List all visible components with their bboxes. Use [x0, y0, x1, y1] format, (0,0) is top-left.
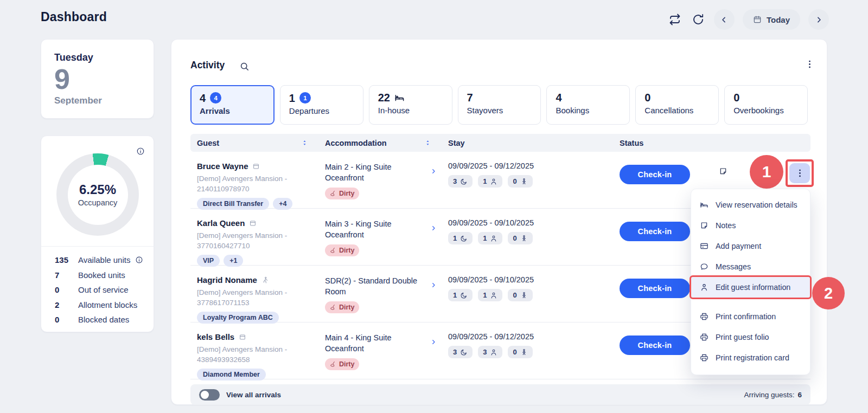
stay-nights-count: 1 — [453, 234, 457, 242]
check-in-button[interactable]: Check-in — [620, 279, 690, 298]
menu-item-print-confirmation[interactable]: Print confirmation — [691, 306, 810, 327]
menu-item-messages[interactable]: Messages — [691, 256, 810, 277]
guest-tag[interactable]: Loyalty Program ABC — [197, 312, 279, 324]
status-cell: Check-in — [612, 322, 688, 380]
tab-overbookings[interactable]: 0Overbookings — [724, 85, 808, 125]
room-status-label: Dirty — [339, 190, 354, 197]
column-header-label: Stay — [448, 139, 465, 147]
guest-tag[interactable]: Direct Bill Transfer — [197, 198, 269, 210]
column-header-label: Accommodation — [325, 139, 387, 147]
guest-tags: Loyalty Program ABC — [197, 312, 318, 324]
stat-out-of-service: 0Out of service — [55, 285, 148, 294]
tab-bookings[interactable]: 4Bookings — [546, 85, 630, 125]
today-button[interactable]: Today — [743, 9, 800, 30]
stay-dates: 09/09/2025 - 09/12/2025 — [448, 162, 612, 170]
tab-count: 0 — [733, 92, 739, 103]
stat-label: Booked units — [78, 270, 125, 280]
room-status-badge: Dirty — [325, 358, 359, 370]
stay-adults-count: 1 — [483, 177, 487, 185]
menu-item-label: Notes — [716, 221, 736, 230]
activity-more-button[interactable] — [803, 59, 816, 72]
menu-item-view-reservation-details[interactable]: View reservation details — [691, 195, 810, 215]
guest-tag[interactable]: +1 — [224, 255, 243, 267]
room-status-label: Dirty — [339, 304, 354, 311]
stay-children-count: 0 — [513, 234, 516, 242]
prev-day-button[interactable] — [714, 9, 735, 30]
printer-icon — [700, 353, 709, 362]
row-more-button[interactable] — [789, 163, 810, 183]
search-button[interactable] — [239, 61, 250, 73]
stay-children-count: 0 — [513, 177, 516, 185]
expand-row-button[interactable] — [430, 282, 437, 290]
stat-value: 0 — [55, 315, 78, 324]
tab-top: 44 — [200, 92, 273, 104]
menu-item-print-registration-card[interactable]: Print registration card — [691, 347, 810, 368]
status-cell: Check-in — [612, 152, 688, 210]
tab-cancellations[interactable]: 0Cancellations — [635, 85, 719, 125]
adult-icon — [490, 349, 497, 356]
expand-row-button[interactable] — [430, 339, 437, 347]
adult-icon — [490, 178, 497, 185]
occupancy-donut-center: 6.25% Occupancy — [68, 165, 128, 225]
arriving-guests-count: 6 — [797, 391, 802, 399]
moon-icon — [460, 349, 468, 356]
status-cell: Check-in — [612, 209, 688, 267]
bed-icon — [394, 93, 405, 103]
stay-children-count: 0 — [513, 348, 516, 356]
view-all-arrivals-toggle[interactable] — [199, 389, 220, 401]
guest-tag[interactable]: VIP — [197, 255, 220, 267]
adult-icon — [490, 292, 497, 299]
info-icon[interactable] — [136, 147, 145, 156]
column-header-accommodation[interactable]: Accommodation — [318, 139, 441, 147]
accommodation-name: Main 4 - King Suite Oceanfront — [325, 332, 428, 354]
walking-icon — [261, 276, 269, 284]
menu-item-print-guest-folio[interactable]: Print guest folio — [691, 327, 810, 347]
menu-item-edit-guest-information[interactable]: Edit guest information — [691, 277, 810, 298]
row-notes-button[interactable] — [719, 167, 727, 177]
repeat-button[interactable] — [667, 12, 682, 27]
sort-icon[interactable] — [301, 139, 308, 146]
stay-counts: 310 — [448, 175, 612, 188]
activity-card: Activity 44Arrivals11Departures22In-hous… — [171, 39, 827, 405]
child-icon — [520, 235, 528, 242]
tab-in-house[interactable]: 22In-house — [369, 85, 452, 125]
adult-icon — [490, 235, 497, 242]
view-all-arrivals-label: View all arrivals — [226, 391, 281, 399]
tab-label: Cancellations — [644, 106, 718, 115]
column-header-guest[interactable]: Guest — [190, 139, 318, 147]
check-in-button[interactable]: Check-in — [620, 335, 690, 355]
sort-icon[interactable] — [424, 139, 431, 146]
guest-tag[interactable]: +4 — [273, 198, 292, 210]
stay-counts: 110 — [448, 289, 612, 301]
check-in-button[interactable]: Check-in — [620, 165, 690, 184]
stay-counts: 330 — [448, 346, 612, 358]
arriving-guests: Arriving guests:6 — [744, 391, 802, 399]
tab-count-badge: 1 — [299, 92, 311, 104]
refresh-button[interactable] — [691, 12, 706, 27]
tab-departures[interactable]: 11Departures — [280, 85, 363, 125]
guest-cell: Karla Queen[Demo] Avengers Mansion - 377… — [190, 209, 318, 267]
guest-tags: Direct Bill Transfer+4 — [197, 198, 318, 210]
menu-item-notes[interactable]: Notes — [691, 215, 810, 236]
stat-value: 0 — [55, 285, 78, 294]
next-day-button[interactable] — [808, 9, 829, 30]
stay-adults-badge: 1 — [478, 175, 502, 188]
person-icon — [700, 283, 709, 292]
tab-count-badge: 4 — [210, 92, 221, 104]
check-in-button[interactable]: Check-in — [620, 222, 690, 241]
tab-stayovers[interactable]: 7Stayovers — [458, 85, 541, 125]
tab-label: Departures — [289, 106, 363, 115]
tab-arrivals[interactable]: 44Arrivals — [190, 85, 275, 125]
menu-item-add-payment[interactable]: Add payment — [691, 236, 810, 256]
row-menu-highlight — [786, 159, 814, 187]
guest-tag[interactable]: Diamond Member — [197, 369, 266, 380]
expand-row-button[interactable] — [430, 225, 437, 233]
expand-row-button[interactable] — [430, 168, 437, 176]
table-footer: View all arrivals Arriving guests:6 — [190, 384, 810, 405]
moon-icon — [460, 292, 468, 299]
stat-label: Allotment blocks — [78, 300, 137, 309]
broom-icon — [330, 361, 336, 367]
date-month: September — [54, 95, 141, 106]
tab-count: 4 — [556, 92, 561, 103]
stay-cell: 09/09/2025 - 09/12/2025330 — [441, 322, 612, 380]
